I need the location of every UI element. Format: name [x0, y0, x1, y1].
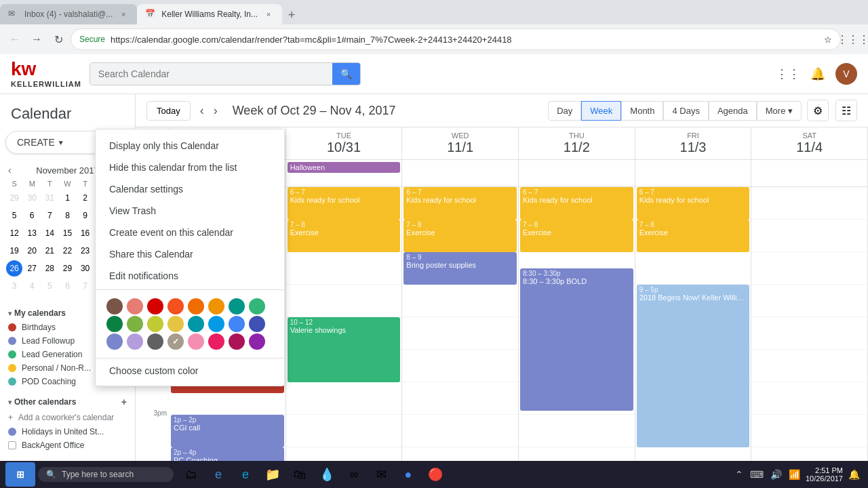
color-swatch[interactable]: [229, 316, 245, 332]
taskbar-clock: 2:51 PM 10/26/2017: [806, 466, 843, 483]
forward-button[interactable]: →: [27, 30, 46, 49]
color-swatch[interactable]: [208, 298, 224, 314]
calendar-tab-title: Keller Williams Realty, In...: [161, 9, 258, 19]
search-icon: 🔍: [46, 470, 56, 479]
color-swatch[interactable]: [229, 333, 245, 350]
taskbar-sys-icons: ⌃ ⌨ 🔊 📶: [732, 468, 803, 481]
context-menu-items: Display only this CalendarHide this cale…: [96, 135, 284, 287]
taskbar-search[interactable]: 🔍 Type here to search: [38, 467, 174, 482]
unknown-icon-1[interactable]: 💧: [315, 462, 339, 487]
color-swatch[interactable]: [188, 333, 204, 350]
keyboard-icon[interactable]: ⌨: [747, 468, 766, 481]
store-icon[interactable]: 🛍: [288, 462, 312, 487]
gmail-tab-close[interactable]: ×: [118, 9, 129, 20]
up-arrow-icon[interactable]: ⌃: [732, 468, 746, 481]
mail-icon[interactable]: ✉: [369, 462, 393, 487]
infinity-icon[interactable]: ∞: [342, 462, 366, 487]
color-swatch[interactable]: [188, 298, 204, 314]
new-tab-button[interactable]: +: [282, 5, 301, 24]
color-swatch[interactable]: [127, 316, 143, 332]
address-bar[interactable]: Secure https://calendar.google.com/calen…: [71, 28, 841, 50]
color-swatch[interactable]: [127, 298, 143, 314]
context-menu-item[interactable]: Calendar settings: [96, 178, 284, 200]
gmail-favicon: ✉: [8, 9, 19, 20]
edge-icon[interactable]: e: [206, 462, 231, 487]
context-menu-item[interactable]: Create event on this calendar: [96, 222, 284, 243]
taskbar-app-icons: 🗂 e e 📁 🛍 💧 ∞ ✉ ● 🔴: [179, 462, 448, 487]
browser-nav-icons: ⋮⋮⋮: [844, 30, 863, 49]
ie-icon[interactable]: e: [233, 462, 258, 487]
context-menu-divider-2: [96, 358, 284, 359]
taskbar: ⊞ 🔍 Type here to search 🗂 e e 📁 🛍 💧 ∞ ✉ …: [0, 461, 868, 488]
browser-chrome: ✉ Inbox (4) - valshalati@... × 📅 Keller …: [0, 0, 868, 54]
color-swatch[interactable]: [147, 333, 163, 350]
nav-bar: ← → ↻ Secure https://calendar.google.com…: [0, 24, 868, 54]
start-button[interactable]: ⊞: [5, 462, 35, 487]
calendar-tab-close[interactable]: ×: [263, 9, 274, 20]
color-swatch[interactable]: [106, 316, 123, 332]
color-swatch[interactable]: [106, 333, 123, 350]
color-swatch[interactable]: [188, 316, 204, 332]
explorer-icon[interactable]: 📁: [260, 462, 285, 487]
extensions-icon[interactable]: ⋮⋮⋮: [844, 30, 863, 49]
tab-bar: ✉ Inbox (4) - valshalati@... × 📅 Keller …: [0, 0, 868, 24]
color-swatch[interactable]: [127, 333, 143, 350]
context-menu-divider: [96, 289, 284, 290]
notifications-taskbar-icon[interactable]: 🔔: [846, 468, 863, 481]
taskbar-search-label: Type here to search: [62, 470, 134, 479]
color-swatch[interactable]: [167, 316, 184, 332]
refresh-button[interactable]: ↻: [49, 30, 68, 49]
taskbar-right: ⌃ ⌨ 🔊 📶 2:51 PM 10/26/2017 🔔: [732, 466, 863, 483]
tab-calendar[interactable]: 📅 Keller Williams Realty, In... ×: [137, 4, 282, 24]
color-swatch[interactable]: [147, 316, 163, 332]
bookmark-icon[interactable]: ☆: [824, 35, 832, 45]
color-swatch[interactable]: ✓: [167, 333, 184, 350]
context-menu-item[interactable]: Display only this Calendar: [96, 135, 284, 157]
color-swatch[interactable]: [208, 316, 224, 332]
task-view-icon[interactable]: 🗂: [179, 462, 203, 487]
context-menu-item[interactable]: Edit notifications: [96, 265, 284, 287]
calendar-favicon: 📅: [145, 9, 156, 20]
color-swatch[interactable]: [147, 298, 163, 314]
color-swatch[interactable]: [229, 298, 245, 314]
chrome-icon[interactable]: ●: [396, 462, 420, 487]
color-swatch[interactable]: [208, 333, 224, 350]
clock-date: 10/26/2017: [806, 474, 843, 483]
context-menu-overlay[interactable]: Display only this CalendarHide this cale…: [0, 54, 868, 488]
back-button[interactable]: ←: [5, 30, 24, 49]
context-menu-item[interactable]: View Trash: [96, 200, 284, 222]
context-menu-item[interactable]: Hide this calendar from the list: [96, 157, 284, 178]
custom-color-button[interactable]: Choose custom color: [96, 361, 284, 380]
color-grid: ✓: [96, 293, 284, 355]
context-menu-item[interactable]: Share this Calendar: [96, 243, 284, 265]
context-menu: Display only this CalendarHide this cale…: [95, 129, 285, 386]
gmail-tab-title: Inbox (4) - valshalati@...: [24, 9, 113, 19]
color-swatch[interactable]: [249, 298, 265, 314]
unknown-icon-2[interactable]: 🔴: [423, 462, 448, 487]
color-swatch[interactable]: [249, 333, 265, 350]
speaker-icon[interactable]: 🔊: [768, 468, 785, 481]
clock-time: 2:51 PM: [806, 466, 843, 474]
color-swatch[interactable]: [249, 316, 265, 332]
url-text: https://calendar.google.com/calendar/ren…: [111, 35, 818, 45]
tab-gmail[interactable]: ✉ Inbox (4) - valshalati@... ×: [0, 4, 137, 24]
secure-label: Secure: [79, 35, 105, 44]
color-swatch[interactable]: [106, 298, 123, 314]
network-icon[interactable]: 📶: [786, 468, 803, 481]
color-swatch[interactable]: [167, 298, 184, 314]
